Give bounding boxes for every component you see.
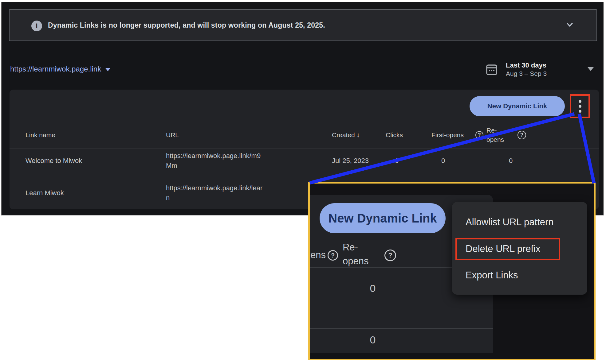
column-header-created[interactable]: Created ↓ xyxy=(332,131,360,139)
date-range-dates: Aug 3 – Sep 3 xyxy=(506,70,547,77)
re-opens-help-icon[interactable]: ? xyxy=(517,131,526,139)
column-header-link-name: Link name xyxy=(26,131,55,139)
first-opens-cell: 0 xyxy=(441,157,445,165)
magnified-re-opens-cell: 0 xyxy=(370,282,376,294)
link-url-cell-line2: n xyxy=(166,194,170,202)
more-options-button[interactable] xyxy=(571,96,588,117)
caret-down-icon xyxy=(588,67,594,71)
magnified-first-opens-help-icon: ? xyxy=(328,250,338,261)
row-divider xyxy=(10,178,599,178)
calendar-icon xyxy=(486,63,498,76)
delete-url-prefix-highlight-box xyxy=(455,238,560,260)
menu-item-export-links[interactable]: Export Links xyxy=(466,270,518,281)
re-opens-cell: 0 xyxy=(509,157,513,165)
sort-descending-icon: ↓ xyxy=(357,131,360,138)
ellipsis-dot xyxy=(579,100,581,103)
new-dynamic-link-button[interactable]: New Dynamic Link xyxy=(470,96,565,116)
magnified-new-dynamic-link-button[interactable]: New Dynamic Link xyxy=(320,203,446,233)
link-url-cell-line2: Mm xyxy=(166,162,177,170)
link-name-cell: Welcome to Miwok xyxy=(26,157,82,165)
magnified-row-divider xyxy=(310,328,493,329)
caret-down-icon xyxy=(105,68,110,71)
url-prefix-selector[interactable]: https://learnmiwok.page.link xyxy=(10,64,110,75)
magnified-re-opens-help-icon: ? xyxy=(384,250,396,261)
column-header-re-opens-line1: Re- xyxy=(486,127,497,134)
link-url-cell-line1: https://learnmiwok.page.link/m9 xyxy=(166,152,261,160)
ellipsis-dot xyxy=(579,110,581,113)
ellipsis-dot xyxy=(579,105,581,108)
column-header-url: URL xyxy=(166,131,179,139)
menu-item-allowlist-url-pattern[interactable]: Allowlist URL pattern xyxy=(466,217,554,228)
link-name-cell: Learn Miwok xyxy=(26,189,64,197)
chevron-down-icon[interactable] xyxy=(565,20,574,29)
zoom-callout: New Dynamic Link ens ? Re- opens ? 0 0 A… xyxy=(308,182,596,360)
column-header-first-opens: First-opens xyxy=(431,131,464,139)
magnified-re-opens-cell: 0 xyxy=(370,334,376,346)
magnified-re-opens-line1: Re- xyxy=(343,242,358,253)
clicks-cell: 0 xyxy=(395,157,399,165)
column-header-clicks: Clicks xyxy=(386,131,403,139)
more-menu-highlight-box xyxy=(570,94,590,118)
column-header-re-opens-line2: opens xyxy=(486,136,504,143)
first-opens-help-icon[interactable]: ? xyxy=(475,131,483,139)
info-icon: i xyxy=(31,21,42,31)
deprecation-message: Dynamic Links is no longer supported, an… xyxy=(48,10,325,41)
date-range-label: Last 30 days xyxy=(506,61,547,69)
link-url-cell-line1: https://learnmiwok.page.link/lear xyxy=(166,184,262,192)
url-prefix-label: https://learnmiwok.page.link xyxy=(10,65,101,73)
row-divider xyxy=(10,149,599,149)
created-cell: Jul 25, 2023 xyxy=(332,157,369,165)
date-range-picker[interactable]: Last 30 days Aug 3 – Sep 3 xyxy=(486,60,599,79)
magnified-re-opens-line2: opens xyxy=(343,256,368,267)
more-options-menu: Allowlist URL pattern Delete URL prefix … xyxy=(452,202,587,295)
magnified-first-opens-partial: ens xyxy=(310,250,326,261)
deprecation-banner: i Dynamic Links is no longer supported, … xyxy=(9,9,597,41)
